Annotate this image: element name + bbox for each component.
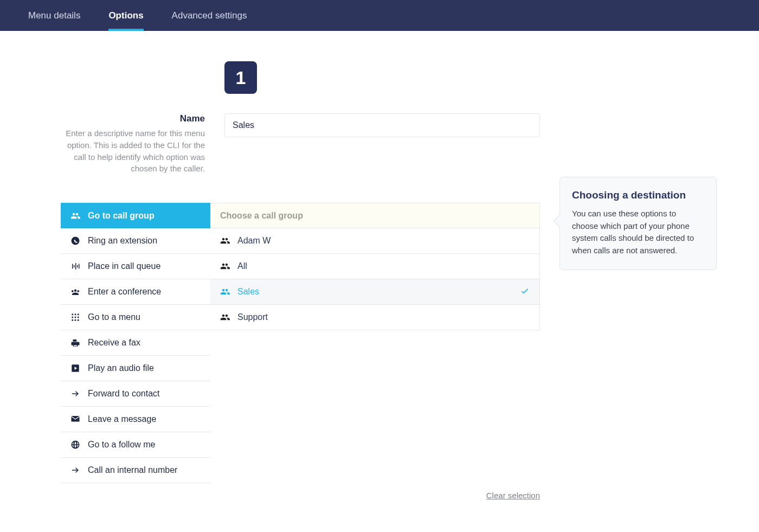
dest-type-label: Enter a conference: [88, 287, 161, 297]
queue-icon: [70, 261, 80, 271]
option-number-badge: 1: [224, 61, 257, 94]
call-group-label: Support: [237, 312, 268, 322]
dest-type-place-in-call-queue[interactable]: Place in call queue: [61, 254, 210, 279]
help-panel-body: You can use these options to choose whic…: [572, 208, 704, 257]
choose-header: Choose a call group: [210, 203, 540, 228]
dest-type-go-to-call-group[interactable]: Go to call group: [61, 203, 210, 228]
group-icon: [70, 211, 80, 221]
dest-type-play-an-audio-file[interactable]: Play an audio file: [61, 356, 210, 381]
call-group-label: All: [237, 261, 247, 271]
dest-type-leave-a-message[interactable]: Leave a message: [61, 407, 210, 432]
dest-type-label: Leave a message: [88, 414, 156, 424]
call-group-label: Sales: [237, 287, 259, 297]
check-icon: [520, 286, 530, 298]
dest-type-enter-a-conference[interactable]: Enter a conference: [61, 279, 210, 305]
help-panel-title: Choosing a destination: [572, 189, 704, 201]
dest-type-go-to-a-menu[interactable]: Go to a menu: [61, 305, 210, 330]
dest-type-label: Go to a follow me: [88, 440, 156, 450]
name-row: Name Enter a descriptive name for this m…: [61, 113, 698, 175]
play-icon: [70, 363, 80, 373]
destination-choose-panel: Choose a call group Adam WAllSalesSuppor…: [210, 203, 540, 483]
clear-selection-link[interactable]: Clear selection: [61, 491, 540, 500]
name-input[interactable]: [224, 113, 540, 137]
help-panel: Choosing a destination You can use these…: [559, 177, 717, 270]
message-icon: [70, 414, 80, 424]
dest-type-label: Receive a fax: [88, 338, 140, 348]
call-group-label: Adam W: [237, 236, 271, 246]
nav-tab-options[interactable]: Options: [108, 0, 157, 31]
conference-icon: [70, 287, 80, 297]
grid-icon: [70, 312, 80, 322]
call-group-adam-w[interactable]: Adam W: [210, 228, 540, 254]
destination-type-list: Go to call groupRing an extensionPlace i…: [61, 203, 210, 483]
group-icon: [220, 287, 230, 297]
group-icon: [220, 312, 230, 322]
call-group-sales[interactable]: Sales: [210, 279, 540, 305]
dest-type-label: Go to a menu: [88, 312, 140, 322]
dest-type-receive-a-fax[interactable]: Receive a fax: [61, 330, 210, 356]
arrow-icon: [70, 389, 80, 399]
name-label: Name: [61, 113, 205, 124]
dest-type-label: Go to call group: [88, 211, 155, 221]
dest-type-label: Play an audio file: [88, 363, 154, 373]
globe-icon: [70, 440, 80, 450]
fax-icon: [70, 338, 80, 348]
group-icon: [220, 261, 230, 271]
top-nav: Menu detailsOptionsAdvanced settings: [0, 0, 759, 31]
dest-type-forward-to-contact[interactable]: Forward to contact: [61, 381, 210, 407]
nav-tab-menu-details[interactable]: Menu details: [28, 0, 94, 31]
dest-type-ring-an-extension[interactable]: Ring an extension: [61, 228, 210, 254]
nav-tab-advanced-settings[interactable]: Advanced settings: [172, 0, 261, 31]
dest-type-label: Call an internal number: [88, 465, 177, 475]
destination-area: Go to call groupRing an extensionPlace i…: [61, 203, 698, 483]
name-help: Enter a descriptive name for this menu o…: [61, 127, 205, 175]
dest-type-label: Place in call queue: [88, 261, 160, 271]
call-group-all[interactable]: All: [210, 254, 540, 279]
arrow-icon: [70, 465, 80, 475]
dest-type-label: Forward to contact: [88, 389, 160, 399]
dest-type-call-an-internal-number[interactable]: Call an internal number: [61, 458, 210, 483]
group-icon: [220, 236, 230, 246]
dest-type-label: Ring an extension: [88, 236, 157, 246]
call-group-support[interactable]: Support: [210, 305, 540, 330]
phone-icon: [70, 236, 80, 246]
dest-type-go-to-a-follow-me[interactable]: Go to a follow me: [61, 432, 210, 458]
